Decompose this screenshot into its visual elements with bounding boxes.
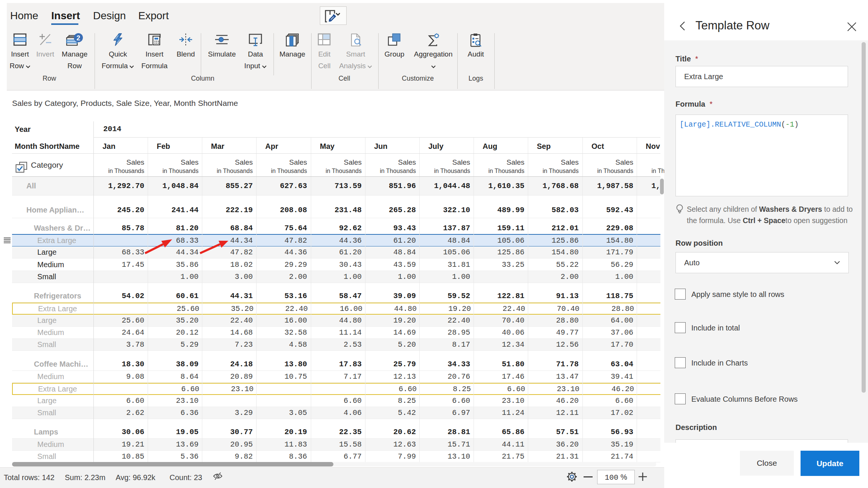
svg-text:2: 2 (76, 34, 80, 42)
